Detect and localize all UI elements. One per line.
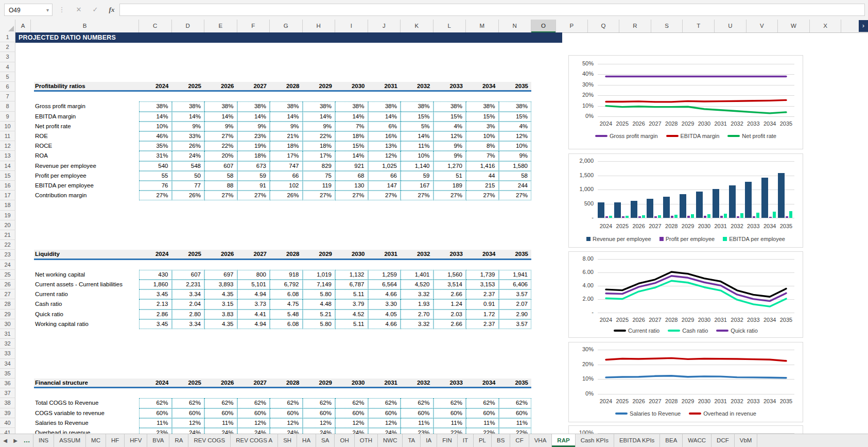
row-label-net-working-capital[interactable]: Net working capital <box>35 270 139 280</box>
sheet-tab-hfv[interactable]: HFV <box>125 434 147 447</box>
row-number-24[interactable]: 24 <box>0 260 15 270</box>
row-number-7[interactable]: 7 <box>0 92 15 101</box>
value-cell[interactable]: 27% <box>139 191 172 200</box>
row-label-total-cogs-to-revenue[interactable]: Total COGS to Revenue <box>35 398 139 408</box>
value-cell[interactable]: 10% <box>401 151 433 161</box>
value-cell[interactable]: 38% <box>499 101 532 111</box>
value-cell[interactable]: 4.66 <box>368 319 401 329</box>
section-header-liquidity[interactable]: Liquidity2024202520262027202820292030203… <box>34 250 531 260</box>
value-cell[interactable]: 60% <box>401 408 433 418</box>
value-cell[interactable]: 12% <box>270 418 303 428</box>
value-cell[interactable]: 38% <box>401 101 433 111</box>
sheet-tab-bva[interactable]: BVA <box>147 434 169 447</box>
value-cell[interactable]: 5,101 <box>237 280 270 289</box>
sheet-tab-bea[interactable]: BEA <box>660 434 683 447</box>
sheet-tab-pl[interactable]: PL <box>474 434 492 447</box>
column-header-v[interactable]: V <box>747 20 778 32</box>
value-cell[interactable]: 26% <box>172 141 205 151</box>
value-cell[interactable]: 27% <box>466 191 499 200</box>
row-label-current-ratio[interactable]: Current ratio <box>35 289 139 299</box>
row-number-31[interactable]: 31 <box>0 329 15 339</box>
value-cell[interactable]: 60% <box>204 408 237 418</box>
row-number-33[interactable]: 33 <box>0 349 15 358</box>
value-cell[interactable]: 62% <box>237 398 270 408</box>
value-cell[interactable]: 548 <box>172 161 205 171</box>
column-header-j[interactable]: J <box>368 20 401 32</box>
value-cell[interactable]: 5.11 <box>335 289 368 299</box>
row-label-profit-per-employee[interactable]: Profit per employee <box>35 171 139 181</box>
value-cell[interactable]: 18% <box>335 131 368 141</box>
row-label-salaries-to-revenue[interactable]: Salaries to Revenue <box>35 418 139 428</box>
value-cell[interactable]: 9% <box>172 122 205 131</box>
column-header-k[interactable]: K <box>401 20 433 32</box>
value-cell[interactable]: 4.66 <box>368 289 401 299</box>
value-cell[interactable]: 38% <box>237 101 270 111</box>
section-header-financial-structure[interactable]: Financial structure202420252026202720282… <box>34 379 531 388</box>
row-number-14[interactable]: 14 <box>0 161 15 171</box>
value-cell[interactable]: 76 <box>139 181 172 191</box>
column-header-l[interactable]: L <box>433 20 466 32</box>
tab-scroll-right-icon[interactable]: ▶ <box>10 434 21 447</box>
value-cell[interactable]: 26% <box>270 191 303 200</box>
row-number-11[interactable]: 11 <box>0 131 15 141</box>
value-cell[interactable]: 27% <box>204 191 237 200</box>
row-number-5[interactable]: 5 <box>0 72 15 82</box>
sheet-tab-ta[interactable]: TA <box>403 434 421 447</box>
value-cell[interactable]: 14% <box>368 112 401 122</box>
value-cell[interactable]: 14% <box>401 131 433 141</box>
value-cell[interactable]: 14% <box>270 112 303 122</box>
value-cell[interactable]: 55 <box>139 171 172 181</box>
sheet-tab-cash-kpis[interactable]: Cash KPIs <box>576 434 614 447</box>
section-header-profitability-ratios[interactable]: Profitability ratios20242025202620272028… <box>34 82 531 92</box>
value-cell[interactable]: 60% <box>139 408 172 418</box>
value-cell[interactable]: 14% <box>172 112 205 122</box>
value-cell[interactable]: 4.35 <box>204 319 237 329</box>
value-cell[interactable]: 3.45 <box>139 289 172 299</box>
value-cell[interactable]: 31% <box>139 151 172 161</box>
value-cell[interactable]: 19% <box>237 141 270 151</box>
value-cell[interactable]: 7% <box>466 151 499 161</box>
value-cell[interactable]: 12% <box>368 151 401 161</box>
sheet-tab-rap[interactable]: RAP <box>552 434 575 447</box>
value-cell[interactable]: 4.52 <box>335 310 368 319</box>
value-cell[interactable]: 5.21 <box>303 310 336 319</box>
column-header-o[interactable]: O <box>531 20 556 32</box>
value-cell[interactable]: 1,941 <box>499 270 532 280</box>
chart-salaries-overhead-chart[interactable]: 30%20%10%0%20242025202620272028202920302… <box>568 342 803 422</box>
value-cell[interactable]: 6,792 <box>270 280 303 289</box>
row-label-current-assets-current-liabilities[interactable]: Current assets - Current liabilities <box>35 280 139 289</box>
value-cell[interactable]: 66 <box>270 171 303 181</box>
value-cell[interactable]: 12% <box>368 418 401 428</box>
value-cell[interactable]: 38% <box>335 101 368 111</box>
value-cell[interactable]: 3.34 <box>172 289 205 299</box>
chart-liquidity-ratios-chart[interactable]: 8.006.004.002.00-20242025202620272028202… <box>568 251 803 338</box>
confirm-icon[interactable]: ✓ <box>89 4 102 16</box>
value-cell[interactable]: 1,132 <box>335 270 368 280</box>
value-cell[interactable]: 2.66 <box>433 319 466 329</box>
value-cell[interactable]: 21% <box>270 131 303 141</box>
value-cell[interactable]: 91 <box>237 181 270 191</box>
value-cell[interactable]: 59 <box>237 171 270 181</box>
insert-function-icon[interactable]: fx <box>105 4 118 16</box>
value-cell[interactable]: 46% <box>139 131 172 141</box>
value-cell[interactable]: 17% <box>303 151 336 161</box>
value-cell[interactable]: 62% <box>270 398 303 408</box>
value-cell[interactable]: 60% <box>466 408 499 418</box>
value-cell[interactable]: 14% <box>335 151 368 161</box>
value-cell[interactable]: 58 <box>499 171 532 181</box>
column-header-h[interactable]: H <box>303 20 336 32</box>
row-number-6[interactable]: 6 <box>0 82 15 92</box>
value-cell[interactable]: 62% <box>172 398 205 408</box>
value-cell[interactable]: 3,893 <box>204 280 237 289</box>
value-cell[interactable]: 9% <box>499 151 532 161</box>
value-cell[interactable]: 18% <box>237 151 270 161</box>
value-cell[interactable]: 130 <box>335 181 368 191</box>
value-cell[interactable]: 2.37 <box>466 319 499 329</box>
column-header-s[interactable]: S <box>651 20 683 32</box>
value-cell[interactable]: 2.70 <box>401 310 433 319</box>
column-header-m[interactable]: M <box>466 20 499 32</box>
value-cell[interactable]: 5.80 <box>303 289 336 299</box>
value-cell[interactable]: 27% <box>401 191 433 200</box>
value-cell[interactable]: 3.57 <box>499 319 532 329</box>
row-number-25[interactable]: 25 <box>0 270 15 280</box>
